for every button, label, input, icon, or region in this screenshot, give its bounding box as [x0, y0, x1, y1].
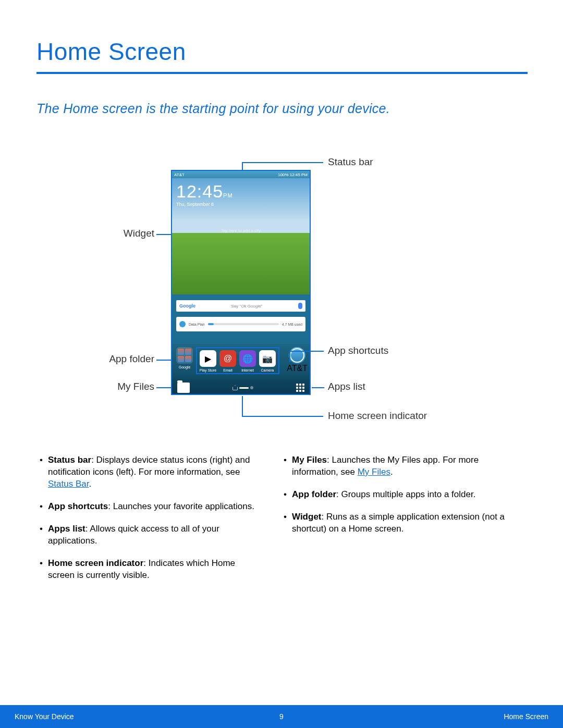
data-plan-label: Data Plan: [189, 323, 205, 326]
google-logo: Google: [179, 303, 195, 309]
bullet-item: Home screen indicator: Indicates which H…: [38, 558, 262, 582]
inline-link[interactable]: Status Bar: [48, 479, 89, 489]
app-folder: Google: [176, 347, 193, 369]
wallpaper-grass: [172, 233, 310, 294]
bullet-term: Status bar: [48, 455, 91, 465]
callout-app-shortcuts: App shortcuts: [328, 345, 388, 356]
tablet-bottom-bar: [172, 379, 310, 395]
bullets-right: My Files: Launches the My Files app. For…: [282, 454, 506, 546]
footer-page-number: 9: [279, 712, 284, 721]
callout-home-indicator: Home screen indicator: [328, 410, 427, 422]
data-usage-bar: [208, 323, 279, 325]
bullet-term: Widget: [292, 512, 322, 522]
clock-ampm: PM: [223, 192, 233, 199]
clock-widget: 12:45PM Thu, September 8: [176, 181, 233, 207]
callout-my-files: My Files: [102, 381, 154, 392]
callout-line: [156, 234, 171, 235]
callout-line: [289, 351, 324, 352]
callout-widget: Widget: [113, 228, 154, 239]
page-title: Home Screen: [36, 38, 186, 66]
bullets-left: Status bar: Displays device status icons…: [38, 454, 262, 592]
bullet-term: App shortcuts: [48, 501, 108, 511]
bullet-term: App folder: [292, 489, 336, 499]
bullet-term: Apps list: [48, 524, 85, 534]
callout-line: [242, 416, 323, 417]
bullet-term: Home screen indicator: [48, 558, 143, 568]
bullet-item: Widget: Runs as a simple application ext…: [282, 511, 506, 535]
my-files-icon: [177, 382, 190, 393]
clock-date: Thu, September 8: [176, 202, 233, 207]
status-right: 100% 12:45 PM: [278, 172, 308, 177]
att-globe-icon: [289, 347, 305, 364]
app-playstore: ▶Play Store: [199, 350, 217, 372]
app-camera: 📷Camera: [259, 350, 276, 372]
callout-app-folder: App folder: [92, 353, 154, 365]
carrier-label: AT&T: [174, 172, 185, 177]
callout-line: [312, 387, 324, 388]
app-internet: 🌐Internet: [239, 350, 256, 372]
title-rule: [36, 72, 528, 74]
data-used-label: 4.7 MB used: [282, 323, 302, 326]
bullet-item: App folder: Groups multiple apps into a …: [282, 489, 506, 501]
footer-right: Home Screen: [504, 712, 548, 721]
bullet-item: Apps list: Allows quick access to all of…: [38, 523, 262, 547]
callout-line: [242, 162, 243, 170]
callout-line: [242, 162, 323, 163]
bullet-term: My Files: [292, 455, 327, 465]
clock-time: 12:45: [176, 181, 223, 201]
app-shortcuts-highlight: ▶Play Store @Email 🌐Internet 📷Camera: [196, 347, 279, 374]
callout-line: [289, 351, 290, 362]
footer-left: Know Your Device: [15, 712, 74, 721]
home-screen-indicator: [232, 385, 253, 390]
add-city-hint: Tap here to add a city: [172, 228, 310, 233]
tablet-body: Tap here to add a city 12:45PM Thu, Sept…: [172, 178, 310, 344]
bullet-item: My Files: Launches the My Files app. For…: [282, 454, 506, 478]
callout-line: [242, 396, 243, 416]
bullet-item: App shortcuts: Launches your favorite ap…: [38, 501, 262, 513]
apps-list-icon: [296, 384, 304, 392]
callout-line: [156, 360, 171, 361]
search-hint: Say "Ok Google": [231, 304, 263, 309]
page-footer: Know Your Device 9 Home Screen: [0, 705, 563, 728]
callout-status-bar: Status bar: [328, 156, 373, 168]
data-plan-widget: Data Plan 4.7 MB used: [176, 317, 305, 331]
callout-apps-list: Apps list: [328, 381, 365, 392]
data-plan-icon: [179, 321, 186, 327]
mic-icon: [298, 303, 302, 309]
bullet-item: Status bar: Displays device status icons…: [38, 454, 262, 490]
device-status-bar: AT&T 100% 12:45 PM: [172, 171, 310, 178]
callout-line: [156, 387, 171, 388]
app-email: @Email: [219, 350, 237, 372]
google-search-widget: Google Say "Ok Google": [176, 300, 305, 312]
page-subtitle: The Home screen is the starting point fo…: [36, 101, 390, 116]
inline-link[interactable]: My Files: [358, 467, 390, 477]
folder-label: Google: [179, 365, 191, 369]
